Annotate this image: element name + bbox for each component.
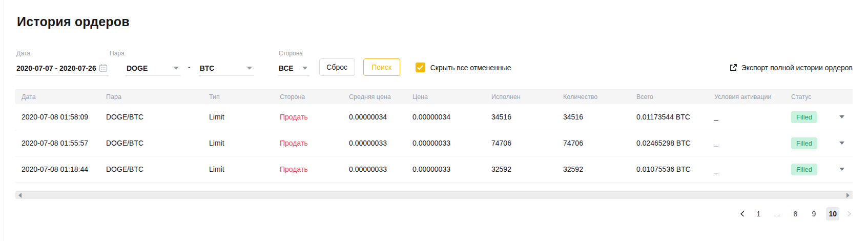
header-trigger-conditions: Условия активации: [714, 93, 791, 101]
date-range-input[interactable]: 2020-07-07 - 2020-07-26: [15, 61, 109, 76]
status-badge: Filled: [791, 164, 817, 175]
cell-date: 2020-07-08 01:18:44: [22, 165, 106, 173]
page-button-9[interactable]: 9: [808, 207, 820, 220]
cell-pair: DOGE/BTC: [106, 139, 209, 147]
chevron-down-icon: [302, 67, 307, 70]
header-date: Дата: [22, 93, 106, 101]
side-value: ВСЕ: [279, 64, 294, 72]
header-total: Всего: [636, 93, 714, 101]
cell-date: 2020-07-08 01:55:57: [22, 139, 106, 147]
page-title: История ордеров: [17, 14, 853, 29]
status-badge: Filled: [791, 137, 817, 149]
page-ellipsis: ...: [771, 207, 783, 220]
cell-type: Limit: [209, 113, 280, 121]
side-filter: Сторона ВСЕ: [254, 50, 309, 76]
page-button-10-current[interactable]: 10: [826, 207, 839, 220]
chevron-down-icon: [247, 67, 252, 70]
cell-avg-price: 0.00000034: [349, 113, 412, 121]
pair-base-value: DOGE: [127, 64, 148, 72]
cell-date: 2020-07-08 01:58:09: [22, 113, 106, 121]
table-row: 2020-07-08 01:58:09 DOGE/BTC Limit Прода…: [15, 104, 853, 130]
orders-table: Дата Пара Тип Сторона Средняя цена Цена …: [15, 89, 853, 183]
pair-quote-filter: BTC: [199, 61, 254, 76]
cell-side: Продать: [280, 165, 349, 173]
cell-total: 0.01173544 BTC: [636, 113, 714, 121]
header-amount: Количество: [563, 93, 636, 101]
table-header-row: Дата Пара Тип Сторона Средняя цена Цена …: [15, 89, 853, 104]
cell-executed: 74706: [491, 139, 563, 147]
cell-trigger-conditions: _: [714, 165, 791, 173]
export-icon: [729, 64, 737, 72]
cell-trigger-conditions: _: [714, 139, 791, 147]
chevron-down-icon: [174, 67, 179, 70]
export-link-label: Экспорт полной истории ордеров: [741, 64, 853, 72]
chevron-left-icon[interactable]: [739, 210, 746, 217]
cell-avg-price: 0.00000033: [349, 165, 412, 173]
expand-caret-icon[interactable]: [839, 115, 844, 118]
status-badge: Filled: [791, 111, 817, 123]
cell-type: Limit: [209, 165, 280, 173]
pair-filter-label: Пара: [110, 50, 181, 57]
cell-executed: 32592: [491, 165, 563, 173]
pair-quote-value: BTC: [200, 64, 215, 72]
cell-avg-price: 0.00000033: [349, 139, 412, 147]
page-button-1[interactable]: 1: [752, 207, 764, 220]
export-link[interactable]: Экспорт полной истории ордеров: [729, 64, 853, 72]
cell-amount: 74706: [563, 139, 636, 147]
date-filter: Дата 2020-07-07 - 2020-07-26: [15, 50, 109, 76]
chevron-right-icon[interactable]: [845, 210, 853, 217]
header-pair: Пара: [106, 93, 209, 101]
header-status: Статус: [791, 93, 835, 101]
header-price: Цена: [412, 93, 491, 101]
header-side: Сторона: [280, 93, 349, 101]
hide-cancelled-checkbox[interactable]: [416, 63, 425, 72]
header-avg-price: Средняя цена: [349, 93, 412, 101]
pagination: 1 ... 8 9 10: [15, 207, 853, 220]
pair-base-filter: Пара DOGE: [109, 50, 181, 76]
calendar-icon[interactable]: [99, 64, 108, 72]
scroll-right-icon[interactable]: [846, 193, 850, 198]
cell-executed: 34516: [491, 113, 563, 121]
cell-type: Limit: [209, 139, 280, 147]
panel-left-border: [4, 0, 4, 241]
reset-button[interactable]: Сброс: [319, 58, 355, 76]
cell-amount: 32592: [563, 165, 636, 173]
date-filter-label: Дата: [16, 50, 109, 57]
hide-cancelled-label: Скрыть все отмененные: [430, 64, 511, 72]
page-button-8[interactable]: 8: [789, 207, 801, 220]
date-range-value: 2020-07-07 - 2020-07-26: [16, 64, 96, 72]
pair-quote-select[interactable]: BTC: [199, 61, 254, 76]
horizontal-scrollbar[interactable]: [15, 191, 853, 199]
cell-price: 0.00000033: [412, 165, 491, 173]
order-history-page: История ордеров Дата 2020-07-07 - 2020-0…: [0, 0, 868, 220]
cell-total: 0.01075536 BTC: [636, 165, 714, 173]
cell-pair: DOGE/BTC: [106, 113, 209, 121]
header-executed: Исполнен: [491, 93, 563, 101]
search-button[interactable]: Поиск: [363, 58, 400, 76]
cell-amount: 34516: [563, 113, 636, 121]
expand-caret-icon[interactable]: [839, 168, 844, 171]
cell-side: Продать: [280, 139, 349, 147]
cell-pair: DOGE/BTC: [106, 165, 209, 173]
cell-side: Продать: [280, 113, 349, 121]
filters-bar: Дата 2020-07-07 - 2020-07-26 Пара DOGE: [15, 50, 853, 76]
hide-cancelled-checkbox-row[interactable]: Скрыть все отмененные: [416, 63, 511, 72]
pair-separator: -: [188, 63, 191, 71]
header-type: Тип: [209, 93, 280, 101]
table-row: 2020-07-08 01:55:57 DOGE/BTC Limit Прода…: [15, 130, 853, 156]
cell-trigger-conditions: _: [714, 113, 791, 121]
scroll-left-icon[interactable]: [18, 193, 22, 198]
side-select[interactable]: ВСЕ: [278, 61, 309, 76]
cell-price: 0.00000033: [412, 139, 491, 147]
cell-total: 0.02465298 BTC: [636, 139, 714, 147]
pair-base-select[interactable]: DOGE: [126, 61, 181, 76]
expand-caret-icon[interactable]: [839, 142, 844, 145]
table-row: 2020-07-08 01:18:44 DOGE/BTC Limit Прода…: [15, 156, 853, 183]
check-icon: [417, 65, 423, 70]
cell-price: 0.00000034: [412, 113, 491, 121]
side-filter-label: Сторона: [279, 50, 309, 57]
